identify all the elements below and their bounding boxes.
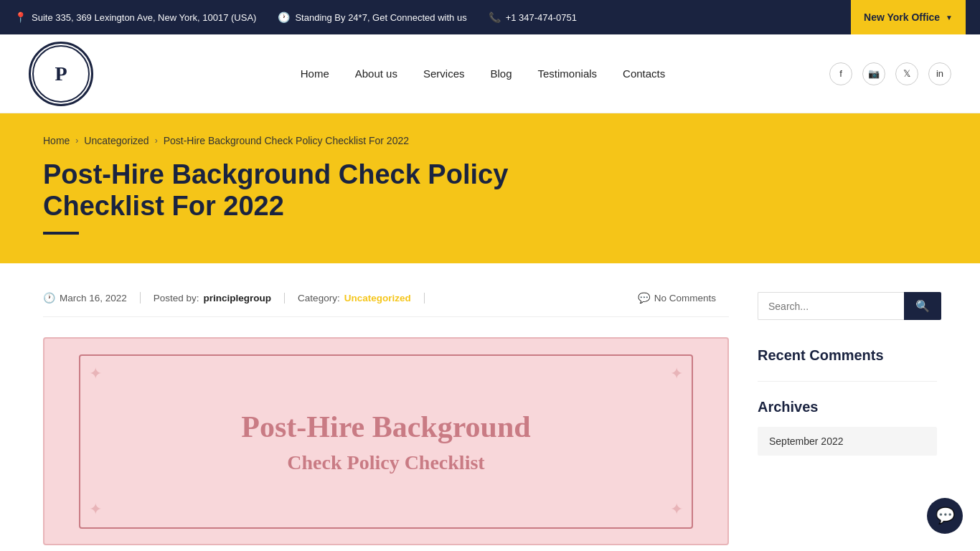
- instagram-icon[interactable]: 📷: [862, 62, 885, 85]
- nav-about[interactable]: About us: [355, 67, 397, 80]
- standing-text: Standing By 24*7, Get Connected with us: [295, 12, 466, 23]
- archives-title: Archives: [758, 399, 937, 415]
- chevron-down-icon: ▼: [946, 14, 953, 22]
- meta-author: Posted by: principlegroup: [141, 293, 285, 303]
- recent-comments-title: Recent Comments: [758, 347, 937, 364]
- search-button[interactable]: 🔍: [904, 292, 941, 320]
- meta-category: Category: Uncategorized: [285, 293, 425, 303]
- article-image-text-sub: Check Policy Checklist: [287, 451, 484, 474]
- hero-banner: Home › Uncategorized › Post-Hire Backgro…: [0, 113, 980, 263]
- post-date: March 16, 2022: [60, 293, 127, 303]
- address-text: Suite 335, 369 Lexington Ave, New York, …: [32, 12, 256, 23]
- chat-icon: 💬: [936, 507, 955, 525]
- post-meta: 🕐 March 16, 2022 Posted by: principlegro…: [43, 292, 729, 317]
- calendar-icon: 🕐: [43, 292, 55, 303]
- article-image-text-main: Post-Hire Background: [241, 409, 530, 445]
- page-title: Post-Hire Background Check Policy Checkl…: [43, 159, 617, 222]
- clock-icon: 🕐: [278, 11, 290, 23]
- chat-button[interactable]: 💬: [927, 498, 963, 534]
- navbar: P Home About us Services Blog Testimonia…: [0, 34, 980, 113]
- nav-services[interactable]: Services: [423, 67, 465, 80]
- nav-testimonials[interactable]: Testimonials: [538, 67, 598, 80]
- topbar-address: 📍 Suite 335, 369 Lexington Ave, New York…: [14, 11, 256, 23]
- article-content: 🕐 March 16, 2022 Posted by: principlegro…: [43, 292, 729, 545]
- archives-september[interactable]: September 2022: [758, 427, 937, 456]
- star-deco-bl: ✦: [89, 500, 102, 519]
- twitter-icon[interactable]: 𝕏: [895, 62, 918, 85]
- logo[interactable]: P: [29, 42, 93, 106]
- breadcrumb-uncategorized[interactable]: Uncategorized: [84, 135, 149, 146]
- nav-links: Home About us Services Blog Testimonials…: [136, 67, 829, 80]
- star-deco-tr: ✦: [670, 364, 683, 383]
- posted-by-label: Posted by:: [154, 293, 199, 303]
- office-dropdown[interactable]: New York Office ▼: [851, 0, 966, 34]
- search-icon: 🔍: [915, 299, 930, 313]
- breadcrumb: Home › Uncategorized › Post-Hire Backgro…: [43, 135, 937, 146]
- no-comments: No Comments: [654, 293, 716, 303]
- linkedin-icon[interactable]: in: [928, 62, 951, 85]
- topbar-standing: 🕐 Standing By 24*7, Get Connected with u…: [278, 11, 466, 23]
- category-label: Category:: [298, 293, 340, 303]
- nav-home[interactable]: Home: [301, 67, 329, 80]
- comment-icon: 💬: [638, 292, 650, 303]
- topbar: 📍 Suite 335, 369 Lexington Ave, New York…: [0, 0, 980, 34]
- sidebar-divider-1: [758, 381, 937, 382]
- location-icon: 📍: [14, 11, 27, 23]
- category-link[interactable]: Uncategorized: [344, 293, 411, 303]
- breadcrumb-sep-2: ›: [155, 136, 158, 146]
- article-image: ✦ ✦ ✦ ✦ Post-Hire Background Check Polic…: [43, 337, 729, 545]
- social-links: f 📷 𝕏 in: [829, 62, 951, 85]
- topbar-items: 📍 Suite 335, 369 Lexington Ave, New York…: [14, 11, 851, 23]
- facebook-icon[interactable]: f: [829, 62, 852, 85]
- meta-date: 🕐 March 16, 2022: [43, 292, 141, 303]
- search-input[interactable]: [758, 292, 904, 320]
- phone-text: +1 347-474-0751: [506, 12, 577, 23]
- title-underline: [43, 232, 79, 235]
- author-link[interactable]: principlegroup: [204, 293, 272, 303]
- breadcrumb-sep-1: ›: [75, 136, 78, 146]
- nav-blog[interactable]: Blog: [491, 67, 512, 80]
- logo-circle: P: [29, 42, 93, 106]
- breadcrumb-home[interactable]: Home: [43, 135, 70, 146]
- search-box: 🔍: [758, 292, 937, 320]
- meta-comments: 💬 No Comments: [625, 292, 729, 303]
- logo-inner: P: [32, 45, 90, 103]
- article-image-inner: ✦ ✦ ✦ ✦ Post-Hire Background Check Polic…: [79, 354, 694, 529]
- nav-contacts[interactable]: Contacts: [623, 67, 665, 80]
- star-deco-tl: ✦: [89, 364, 102, 383]
- sidebar: 🔍 Recent Comments Archives September 202…: [758, 292, 937, 545]
- topbar-phone: 📞 +1 347-474-0751: [489, 11, 577, 23]
- main-content: 🕐 March 16, 2022 Posted by: principlegro…: [0, 263, 980, 551]
- phone-icon: 📞: [489, 11, 501, 23]
- office-label: New York Office: [864, 11, 940, 23]
- breadcrumb-current: Post-Hire Background Check Policy Checkl…: [164, 135, 409, 146]
- star-deco-br: ✦: [670, 500, 683, 519]
- logo-text: P: [55, 62, 67, 85]
